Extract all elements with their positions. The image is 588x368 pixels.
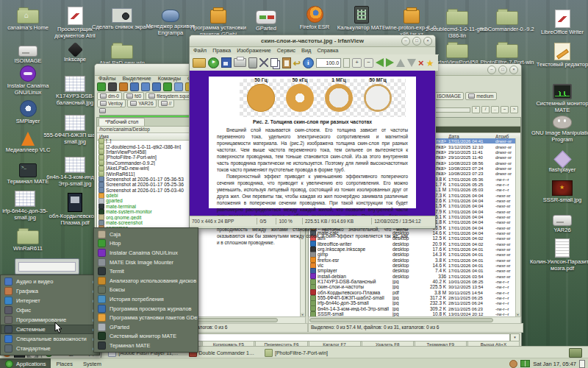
- iv-titlebar[interactable]: скин-слои-и-частоты.jpg - IrfanView – □ …: [190, 35, 435, 47]
- desktop-icon[interactable]: Текстовый редактор: [528, 43, 588, 68]
- paste-icon[interactable]: [282, 57, 291, 68]
- desktop-icon[interactable]: Терминал MATE: [0, 160, 62, 185]
- drive-button-//[interactable]: //: [158, 99, 175, 107]
- submenu-item[interactable]: Instalar Canaima GNU/Linux: [94, 248, 198, 258]
- iv-menu-item[interactable]: Правка: [212, 47, 231, 54]
- up-image-icon[interactable]: [396, 59, 405, 67]
- tree-view-icon[interactable]: [163, 82, 172, 91]
- path-button[interactable]: /: [481, 106, 490, 113]
- clock[interactable]: Sat Jan 17, 05:47: [533, 361, 576, 367]
- print-icon[interactable]: [234, 58, 246, 67]
- desktop-icon[interactable]: flashplayer: [528, 151, 588, 174]
- submenu-item[interactable]: GParted: [94, 322, 198, 332]
- desktop-icon[interactable]: GNU Image Manipulation Program: [528, 112, 588, 144]
- menu-category[interactable]: Графика▸: [1, 286, 99, 296]
- desktop-icon[interactable]: Медиаплеер VLC: [0, 130, 62, 154]
- iv-menu-item[interactable]: Справка: [317, 47, 338, 54]
- submenu-item[interactable]: Боксы: [94, 286, 198, 295]
- submenu-item[interactable]: Termit: [94, 266, 198, 276]
- maximize-icon[interactable]: □: [412, 37, 421, 46]
- iv-menu-item[interactable]: Изображение: [237, 47, 271, 54]
- undo-icon[interactable]: [293, 56, 301, 69]
- desktop-icon[interactable]: YAR26: [528, 210, 588, 234]
- taskbar-window-button[interactable]: [PhotoFiltre-7-Port-win]: [261, 347, 331, 358]
- menu-system[interactable]: System: [78, 358, 107, 368]
- zoom-in-icon[interactable]: [352, 58, 362, 68]
- zoom-spin-icon[interactable]: [343, 58, 350, 68]
- columns-icon[interactable]: [130, 82, 139, 91]
- brief-view-icon[interactable]: [141, 82, 150, 91]
- copy-icon[interactable]: [270, 58, 278, 67]
- menu-category[interactable]: Аудио и видео▸: [1, 277, 99, 286]
- open-folder-icon[interactable]: [193, 58, 206, 68]
- drive-button-Ventoy[interactable]: Ventoy: [97, 99, 126, 107]
- path-button[interactable]: >: [510, 106, 518, 113]
- zoom-out-icon[interactable]: [364, 58, 373, 68]
- close-icon[interactable]: ×: [423, 37, 432, 46]
- submenu-item[interactable]: Программа просмотра журналов: [94, 304, 198, 314]
- submenu-item[interactable]: Htop: [94, 239, 198, 249]
- menu-category[interactable]: Программирование▸: [1, 315, 99, 325]
- iv-menu-item[interactable]: Сервис: [277, 47, 295, 54]
- dc-left-tab[interactable]: *Рабочий стол: [98, 118, 145, 126]
- drive-button-medium[interactable]: medium: [465, 92, 496, 100]
- next-image-icon[interactable]: [386, 58, 394, 67]
- cut-icon[interactable]: [259, 58, 268, 67]
- dc-menu-item[interactable]: Выделение: [122, 75, 151, 82]
- save-icon[interactable]: [221, 57, 232, 68]
- menu-applications[interactable]: Applications: [0, 358, 51, 368]
- tools-icon[interactable]: [418, 56, 424, 69]
- submenu-item[interactable]: MATE Disk Image Mounter: [94, 258, 198, 267]
- favorites-icon[interactable]: [426, 56, 434, 69]
- iv-menu-item[interactable]: Вид: [301, 47, 311, 54]
- minimize-icon[interactable]: –: [401, 37, 410, 46]
- menu-panel[interactable]: ApplicationsPlacesSystem Sat Jan 17, 05:…: [0, 358, 588, 368]
- menu-category[interactable]: Интернет▸: [1, 296, 99, 305]
- panel-folder-icon[interactable]: [569, 348, 582, 358]
- maximize-icon[interactable]: □: [498, 66, 507, 74]
- battery-tray-icon[interactable]: [579, 360, 585, 368]
- info-icon[interactable]: [303, 57, 314, 68]
- dc-menu-item[interactable]: Команды: [158, 75, 181, 82]
- desktop-icon[interactable]: LibreOffice Writer: [528, 9, 588, 36]
- menu-places[interactable]: Places: [51, 358, 78, 368]
- input-tray-icon[interactable]: [509, 360, 517, 368]
- path-button[interactable]: ~: [501, 106, 509, 113]
- submenu-item[interactable]: Анализатор использования дисков MATE: [94, 276, 198, 286]
- submenu-item[interactable]: Терминал MATE: [94, 341, 198, 350]
- slideshow-icon[interactable]: [208, 57, 219, 68]
- submenu-item[interactable]: Системный монитор MATE: [94, 332, 198, 342]
- desktop-icon[interactable]: Системный монитор MATE: [528, 81, 588, 114]
- delete-icon[interactable]: [248, 57, 257, 68]
- menu-category[interactable]: Стандартные▸: [1, 344, 99, 353]
- menu-category[interactable]: Специальные возможности▸: [1, 334, 99, 344]
- applications-menu[interactable]: Аудио и видео▸Графика▸Интернет▸Офис▸Прог…: [0, 275, 100, 355]
- go-up-icon[interactable]: [119, 82, 128, 91]
- drive-button-YAR26[interactable]: YAR26: [127, 99, 156, 107]
- path-button[interactable]: *: [472, 106, 480, 113]
- desktop-icon[interactable]: SSSR-small.jpg: [528, 178, 588, 204]
- full-view-icon[interactable]: [152, 82, 161, 91]
- system-submenu[interactable]: CajaHtopInstalar Canaima GNU/LinuxMATE D…: [93, 227, 198, 353]
- dc-right-vscrollbar[interactable]: ▾: [515, 138, 520, 317]
- zoom-value-input[interactable]: 100.0: [316, 58, 341, 68]
- submenu-item[interactable]: Caja: [94, 230, 198, 239]
- menu-category[interactable]: Офис▸: [1, 305, 99, 315]
- menu-category[interactable]: Системные▸: [1, 325, 99, 334]
- iv-menu-item[interactable]: Файл: [193, 47, 207, 54]
- irfanview-window[interactable]: скин-слои-и-частоты.jpg - IrfanView – □ …: [189, 35, 436, 229]
- path-button[interactable]: ..: [491, 106, 499, 113]
- flat-view-icon[interactable]: [174, 82, 183, 91]
- desktop-icon[interactable]: [13, 258, 81, 275]
- network-tray-icon[interactable]: [520, 360, 530, 367]
- submenu-item[interactable]: Программа установки пакетов GDebi: [94, 313, 198, 322]
- down-image-icon[interactable]: [407, 59, 416, 67]
- close-icon[interactable]: ×: [509, 66, 518, 74]
- minimize-icon[interactable]: –: [487, 66, 496, 74]
- prev-image-icon[interactable]: [376, 58, 384, 67]
- submenu-item[interactable]: История потребления: [94, 294, 198, 304]
- go-back-icon[interactable]: [108, 82, 117, 91]
- dc-menu-item[interactable]: Файлы: [98, 75, 115, 82]
- desktop-icon[interactable]: Колин-Уилсон-Паразиты-мозга.pdf: [528, 238, 588, 272]
- desktop-icon[interactable]: WinRaR611: [0, 227, 62, 252]
